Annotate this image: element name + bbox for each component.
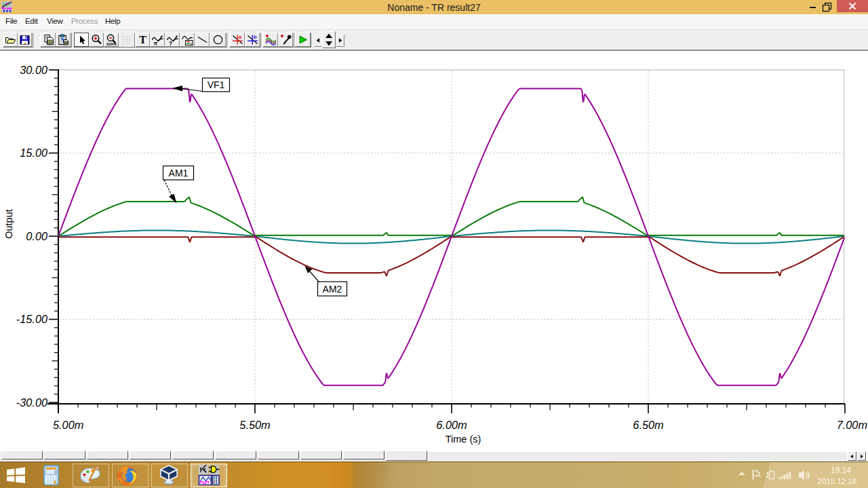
svg-text:Time (s): Time (s)	[446, 434, 481, 445]
svg-text:Output: Output	[3, 209, 14, 239]
svg-text:-30.00: -30.00	[16, 396, 47, 409]
svg-text:-15.00: -15.00	[16, 313, 47, 325]
svg-text:6.50m: 6.50m	[633, 419, 663, 431]
svg-text:8: 8	[54, 470, 57, 474]
svg-text:0.00: 0.00	[26, 230, 47, 242]
svg-text:AM1: AM1	[169, 168, 189, 179]
svg-text:6.00m: 6.00m	[436, 419, 467, 431]
svg-text:15.00: 15.00	[20, 147, 47, 159]
svg-text:7.00m: 7.00m	[837, 419, 867, 431]
svg-text:30.00: 30.00	[20, 64, 47, 76]
svg-text:5.50m: 5.50m	[239, 419, 270, 431]
svg-text:5.00m: 5.00m	[53, 419, 83, 431]
svg-text:AM2: AM2	[323, 284, 342, 295]
svg-text:VF1: VF1	[208, 79, 225, 90]
